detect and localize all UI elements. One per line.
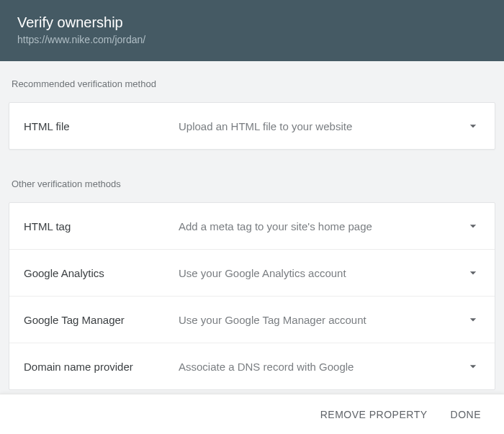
method-description: Upload an HTML file to your website <box>179 120 466 132</box>
method-name: HTML tag <box>24 220 179 232</box>
chevron-down-icon <box>466 119 480 133</box>
dialog-footer: REMOVE PROPERTY DONE <box>0 394 504 434</box>
method-description: Associate a DNS record with Google <box>179 361 466 373</box>
other-section-label: Other verification methods <box>12 178 495 189</box>
chevron-down-icon <box>466 219 480 233</box>
method-google-tag-manager[interactable]: Google Tag Manager Use your Google Tag M… <box>9 296 495 343</box>
recommended-section-label: Recommended verification method <box>12 78 495 89</box>
dialog-title: Verify ownership <box>17 14 487 31</box>
method-name: Google Tag Manager <box>24 314 179 326</box>
recommended-method-panel: HTML file Upload an HTML file to your we… <box>9 102 495 150</box>
chevron-down-icon <box>466 266 480 280</box>
method-name: Google Analytics <box>24 267 179 279</box>
method-name: HTML file <box>24 120 179 132</box>
method-description: Use your Google Analytics account <box>179 267 466 279</box>
method-description: Add a meta tag to your site's home page <box>179 220 466 232</box>
dialog-header: Verify ownership https://www.nike.com/jo… <box>0 0 504 61</box>
method-name: Domain name provider <box>24 361 179 373</box>
remove-property-button[interactable]: REMOVE PROPERTY <box>313 403 435 426</box>
method-description: Use your Google Tag Manager account <box>179 314 466 326</box>
method-google-analytics[interactable]: Google Analytics Use your Google Analyti… <box>9 249 495 296</box>
other-methods-panel: HTML tag Add a meta tag to your site's h… <box>9 202 495 390</box>
done-button[interactable]: DONE <box>444 403 488 426</box>
method-domain-name-provider[interactable]: Domain name provider Associate a DNS rec… <box>9 343 495 389</box>
chevron-down-icon <box>466 359 480 374</box>
chevron-down-icon <box>466 312 480 327</box>
dialog-content: Recommended verification method HTML fil… <box>0 61 504 390</box>
method-html-tag[interactable]: HTML tag Add a meta tag to your site's h… <box>9 203 495 249</box>
method-html-file[interactable]: HTML file Upload an HTML file to your we… <box>9 103 495 149</box>
property-url: https://www.nike.com/jordan/ <box>17 34 487 45</box>
